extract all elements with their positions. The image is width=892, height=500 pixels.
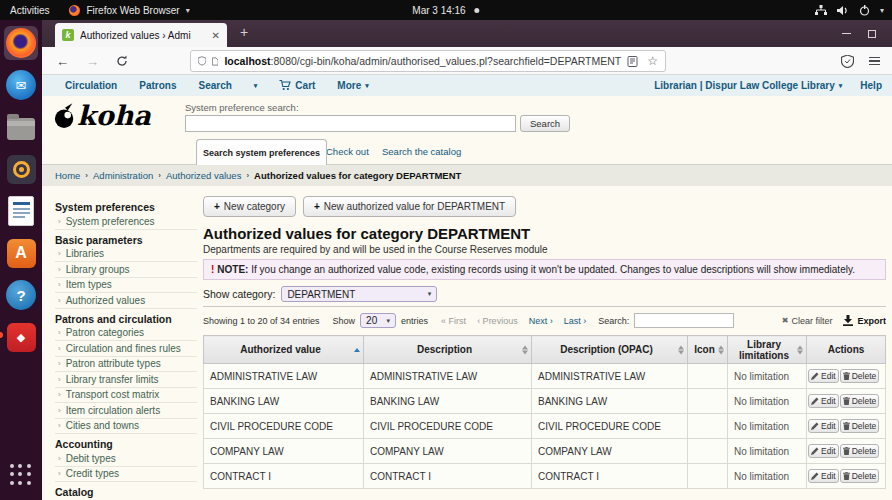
last-page-link[interactable]: Last ›: [564, 316, 587, 326]
sidebar-item[interactable]: ›Circulation and fines rules: [55, 341, 197, 357]
cell-description: CONTRACT I: [364, 464, 532, 489]
category-select[interactable]: DEPARTMENT▾: [281, 286, 437, 302]
back-button[interactable]: ←: [56, 47, 69, 75]
sidebar-item[interactable]: ›Item types: [55, 278, 197, 294]
new-tab-button[interactable]: +: [240, 24, 248, 40]
cell-value: CONTRACT I: [204, 464, 364, 489]
dock-help[interactable]: ?: [4, 278, 38, 312]
koha-logo[interactable]: koha: [54, 101, 151, 130]
dock-libreoffice-writer[interactable]: [4, 194, 38, 228]
delete-button[interactable]: Delete: [840, 369, 880, 383]
new-category-button[interactable]: +New category: [203, 196, 296, 217]
activities-button[interactable]: Activities: [10, 5, 49, 16]
search-button[interactable]: Search: [520, 115, 570, 132]
sidebar-item[interactable]: ›Debit types: [55, 451, 197, 467]
show-applications-button[interactable]: [8, 462, 34, 488]
reader-view-icon[interactable]: [627, 56, 638, 67]
nav-more[interactable]: More▾: [337, 80, 368, 91]
breadcrumb-link[interactable]: Home: [55, 170, 80, 181]
chevron-right-icon: ›: [58, 343, 61, 354]
sidebar-item[interactable]: ›System preferences: [55, 214, 197, 230]
table-search-input[interactable]: [634, 313, 734, 328]
system-status-area[interactable]: ▾: [815, 5, 884, 16]
edit-button[interactable]: Edit: [808, 394, 839, 408]
sidebar-item[interactable]: ›Patron attribute types: [55, 357, 197, 373]
clear-filter-button[interactable]: ✖Clear filter: [782, 316, 833, 326]
chevron-right-icon: ›: [58, 374, 61, 385]
edit-button[interactable]: Edit: [808, 469, 839, 483]
delete-button[interactable]: Delete: [840, 444, 880, 458]
url-bar[interactable]: localhost:8080/cgi-bin/koha/admin/author…: [190, 50, 666, 72]
next-page-link[interactable]: Next ›: [529, 316, 553, 326]
table-row: COMPANY LAWCOMPANY LAWCOMPANY LAWNo limi…: [204, 439, 886, 464]
table-row: CONTRACT ICONTRACT ICONTRACT INo limitat…: [204, 464, 886, 489]
system-preference-search-input[interactable]: [185, 115, 516, 132]
nav-circulation[interactable]: Circulation: [65, 80, 117, 91]
sidebar-item[interactable]: ›Cities and towns: [55, 419, 197, 435]
page-size-select[interactable]: 20▾: [360, 313, 396, 328]
tab-check-out[interactable]: Check out: [326, 146, 369, 157]
search-dropdown-caret[interactable]: ▾: [254, 82, 258, 90]
clock[interactable]: Mar 3 14:16: [412, 5, 479, 16]
browser-toolbar: ← → localhost:8080/cgi-bin/koha/admin/au…: [42, 47, 892, 75]
column-header[interactable]: Library limitations: [728, 336, 807, 364]
delete-button[interactable]: Delete: [840, 419, 880, 433]
sidebar-item-label: System preferences: [66, 216, 155, 227]
logged-in-user[interactable]: Librarian | Dispur Law College Library▾: [654, 80, 842, 91]
tab-search-system-preferences[interactable]: Search system preferences: [196, 139, 327, 165]
window-maximize-button[interactable]: [868, 30, 876, 38]
forward-button[interactable]: →: [86, 47, 99, 75]
column-header[interactable]: Description: [364, 336, 532, 364]
sidebar-item[interactable]: ›Authorized values: [55, 293, 197, 309]
dock-files[interactable]: [4, 110, 38, 144]
sidebar-item[interactable]: ›Item circulation alerts: [55, 403, 197, 419]
breadcrumb-link[interactable]: Administration: [93, 170, 153, 181]
nav-patrons[interactable]: Patrons: [139, 80, 176, 91]
running-indicator: [0, 332, 3, 338]
sidebar-item[interactable]: ›Credit types: [55, 467, 197, 483]
sort-ascending-icon: [354, 348, 360, 352]
dock-firefox[interactable]: [4, 26, 38, 60]
edit-button[interactable]: Edit: [808, 419, 839, 433]
new-authorized-value-button[interactable]: +New authorized value for DEPARTMENT: [303, 196, 516, 217]
nav-help[interactable]: Help: [860, 80, 882, 91]
reload-button[interactable]: [116, 47, 128, 75]
tab-close-icon[interactable]: ✕: [212, 30, 220, 41]
sidebar-item-label: Authorized values: [66, 295, 146, 306]
app-menu[interactable]: Firefox Web Browser ▾: [69, 5, 189, 16]
cell-icon: [688, 364, 728, 389]
column-header[interactable]: Authorized value: [204, 336, 364, 364]
sidebar-item-label: Patron categories: [66, 327, 144, 338]
window-minimize-button[interactable]: [842, 33, 851, 35]
dock-remote-app[interactable]: ◆: [4, 320, 38, 354]
sidebar-item[interactable]: ›Transport cost matrix: [55, 388, 197, 404]
sidebar-item[interactable]: ›Library groups: [55, 262, 197, 278]
table-search-label: Search:: [598, 316, 629, 326]
sidebar-item[interactable]: ›Libraries: [55, 247, 197, 263]
search-label: System preference search:: [185, 102, 299, 113]
tab-search-the-catalog[interactable]: Search the catalog: [382, 146, 461, 157]
breadcrumb-link[interactable]: Authorized values: [166, 170, 242, 181]
delete-button[interactable]: Delete: [840, 469, 880, 483]
dock-thunderbird[interactable]: ✉: [4, 68, 38, 102]
bookmark-star-icon[interactable]: ☆: [647, 56, 658, 66]
column-header[interactable]: Icon: [688, 336, 728, 364]
edit-button[interactable]: Edit: [808, 444, 839, 458]
authorized-values-table: Authorized valueDescriptionDescription (…: [203, 335, 886, 489]
export-button[interactable]: Export: [843, 315, 886, 326]
first-page-link[interactable]: « First: [441, 316, 466, 326]
sidebar-item[interactable]: ›Library transfer limits: [55, 372, 197, 388]
dock-ubuntu-software[interactable]: A: [4, 236, 38, 270]
dock-rhythmbox[interactable]: [4, 152, 38, 186]
edit-button[interactable]: Edit: [808, 369, 839, 383]
sidebar-item[interactable]: ›Patron categories: [55, 326, 197, 342]
nav-cart[interactable]: Cart: [279, 80, 315, 91]
previous-page-link[interactable]: ‹ Previous: [477, 316, 518, 326]
column-header[interactable]: Description (OPAC): [532, 336, 688, 364]
browser-tab[interactable]: k Authorized values › Admi ✕: [55, 23, 227, 47]
menu-hamburger-icon[interactable]: [869, 57, 880, 66]
diamond-app-icon: ◆: [7, 323, 36, 352]
protection-shield-icon[interactable]: [841, 55, 854, 68]
nav-search[interactable]: Search: [198, 80, 231, 91]
delete-button[interactable]: Delete: [840, 394, 880, 408]
